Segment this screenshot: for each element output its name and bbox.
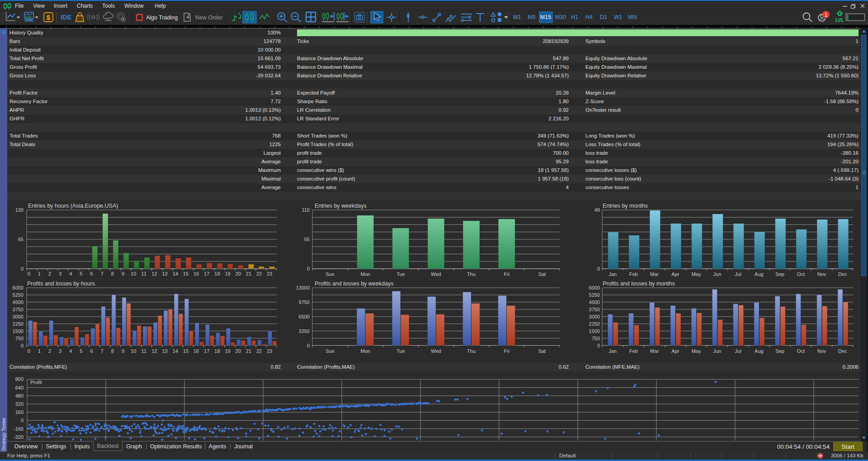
svg-text:M5: M5 [528, 14, 535, 20]
svg-text:M15: M15 [540, 14, 551, 20]
svg-text:W1: W1 [614, 14, 623, 20]
svg-text:D1: D1 [600, 14, 607, 20]
svg-text:$: $ [47, 14, 51, 21]
svg-text:H1: H1 [571, 14, 578, 20]
svg-text:MN: MN [628, 14, 637, 20]
svg-text:Algo Trading: Algo Trading [146, 14, 178, 21]
svg-text:1: 1 [825, 12, 828, 18]
svg-text:LVL: LVL [835, 17, 844, 23]
svg-text:IDE: IDE [61, 14, 72, 21]
svg-text:M1: M1 [513, 14, 521, 20]
svg-text:M30: M30 [555, 14, 566, 20]
svg-text:New Order: New Order [195, 14, 222, 21]
svg-text:H4: H4 [585, 14, 593, 20]
